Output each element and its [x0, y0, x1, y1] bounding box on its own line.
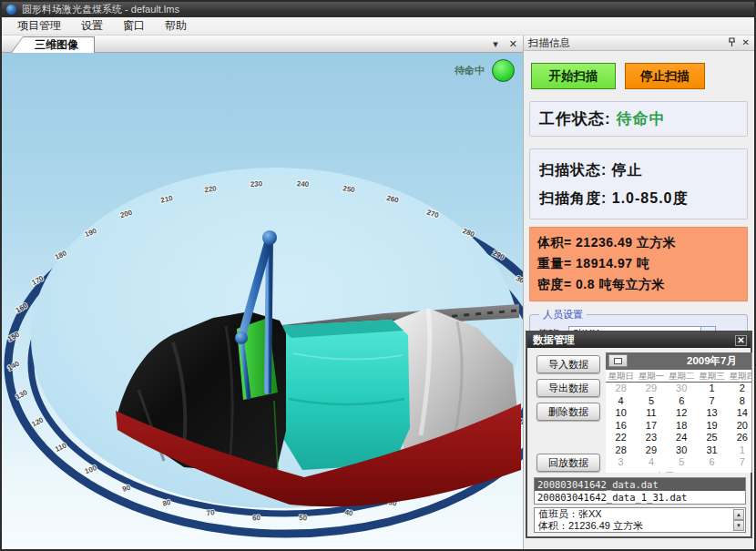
standby-label: 待命中	[455, 64, 485, 77]
calendar-day[interactable]: 14	[727, 407, 752, 420]
panel-close-icon[interactable]: ✕	[742, 38, 750, 47]
volume-line: 体积= 21236.49 立方米	[537, 232, 747, 253]
scan-status-box: 扫描状态: 停止 扫描角度: 1.0-85.0度	[529, 148, 748, 219]
calendar-day[interactable]: 22	[606, 432, 636, 444]
standby-indicator: 待命中	[455, 59, 515, 82]
calendar-day[interactable]: 16	[606, 420, 636, 433]
calendar-day[interactable]: 18	[667, 420, 697, 433]
record-duty-line: 值班员：张XX	[535, 508, 745, 520]
calendar-day[interactable]: 31	[697, 444, 727, 457]
scan-angle-line: 扫描角度: 1.0-85.0度	[539, 184, 747, 212]
angle-label: 150	[6, 330, 22, 343]
export-data-button[interactable]: 导出数据	[536, 379, 600, 397]
angle-label: 70	[206, 508, 216, 517]
calendar-weekday: 星期四	[727, 370, 752, 382]
calendar-day[interactable]: 3	[606, 456, 636, 469]
app-window: 圆形料场激光盘煤系统 - default.lms 项目管理 设置 窗口 帮助 三…	[0, 0, 756, 551]
scan-status-line: 扫描状态: 停止	[539, 156, 747, 184]
tab-close-icon[interactable]: ✕	[509, 37, 517, 50]
calendar-day[interactable]: 25	[697, 432, 727, 444]
stop-scan-button[interactable]: 停止扫描	[625, 63, 705, 89]
viewport-3d[interactable]: 0102030405060708090100110120130140150160…	[2, 53, 523, 551]
calendar[interactable]: 2009年7月 星期日星期一星期二星期三星期四星期五星期六 2829301234…	[606, 352, 752, 473]
angle-label: 60	[252, 514, 261, 522]
calendar-day[interactable]: 6	[667, 395, 697, 408]
calendar-day[interactable]: 4	[636, 456, 666, 469]
calendar-day[interactable]: 28	[606, 383, 636, 395]
angle-label: 250	[342, 184, 356, 194]
delete-data-button[interactable]: 删除数据	[536, 403, 600, 421]
angle-label: 220	[204, 184, 218, 194]
scroll-down-button[interactable]: ▼	[733, 520, 744, 531]
calendar-weekday: 星期三	[697, 370, 727, 382]
density-line: 密度= 0.8 吨每立方米	[537, 274, 747, 295]
import-data-button[interactable]: 导入数据	[536, 355, 600, 373]
calendar-day[interactable]: 30	[667, 444, 697, 457]
mast-leg-right	[268, 238, 270, 391]
mast-joint-top	[262, 230, 277, 245]
calendar-day[interactable]: 28	[606, 444, 636, 457]
calendar-day[interactable]: 2	[727, 383, 752, 395]
pin-icon[interactable]	[728, 37, 736, 49]
scan-info-title: 扫描信息	[528, 36, 721, 50]
data-manager-panel: 数据管理 ✕ 导入数据 导出数据 删除数据 回放数据 2009年7月	[526, 331, 752, 538]
calendar-day[interactable]: 5	[667, 456, 697, 469]
calendar-weekday: 星期二	[667, 370, 697, 382]
menu-item-window[interactable]: 窗口	[113, 16, 155, 36]
calendar-day[interactable]: 30	[667, 383, 697, 395]
playback-data-button[interactable]: 回放数据	[536, 454, 600, 472]
record-info-box: 值班员：张XX 体积：21236.49 立方米 ▲ ▼	[534, 507, 746, 533]
scene-3d: 0102030405060708090100110120130140150160…	[2, 53, 523, 551]
file-list-item[interactable]: 200803041642_data.dat	[535, 478, 745, 491]
calendar-day[interactable]: 1	[727, 444, 752, 457]
work-status-label: 工作状态:	[539, 110, 611, 128]
angle-label: 40	[344, 508, 354, 517]
calendar-day[interactable]: 11	[636, 407, 666, 420]
calendar-day[interactable]: 12	[667, 407, 697, 420]
calendar-day[interactable]: 24	[667, 432, 697, 444]
calendar-day[interactable]: 19	[697, 420, 727, 433]
scroll-up-button[interactable]: ▲	[733, 509, 744, 520]
menu-item-project[interactable]: 项目管理	[7, 16, 71, 36]
menu-item-help[interactable]: 帮助	[155, 16, 197, 36]
angle-label: 50	[299, 514, 308, 522]
file-list-item[interactable]: 200803041642_data_1_31.dat	[535, 491, 745, 504]
app-icon	[6, 5, 16, 15]
data-file-list[interactable]: 200803041642_data.dat 200803041642_data_…	[534, 477, 746, 505]
angle-label: 240	[297, 179, 310, 189]
calendar-day[interactable]: 7	[727, 456, 752, 469]
calendar-day[interactable]: 23	[636, 432, 666, 444]
calendar-day[interactable]: 26	[727, 432, 752, 444]
calendar-day[interactable]: 10	[606, 407, 636, 420]
tab-strip: 三维图像 ▾ ✕	[2, 36, 523, 53]
tab-3d-image[interactable]: 三维图像	[11, 36, 95, 53]
calendar-day[interactable]: 17	[636, 420, 666, 433]
menu-item-settings[interactable]: 设置	[71, 16, 113, 36]
data-manager-title: 数据管理	[533, 333, 735, 347]
angle-label: 300	[515, 274, 523, 287]
today-marker-box	[610, 473, 647, 474]
scan-info-panel: 扫描信息 ✕ 开始扫描 停止扫描 工作状态:待命中 扫描状态: 停止 扫描角度:…	[523, 36, 754, 551]
personnel-group-label: 人员设置	[539, 308, 587, 321]
today-label: 今天:	[654, 471, 679, 473]
start-scan-button[interactable]: 开始扫描	[531, 63, 616, 89]
calendar-month-title: 2009年7月	[606, 354, 752, 368]
calendar-day[interactable]: 4	[606, 395, 636, 408]
data-manager-close-icon[interactable]: ✕	[735, 335, 747, 346]
calendar-day[interactable]: 8	[727, 395, 752, 408]
calendar-day[interactable]: 6	[697, 456, 727, 469]
calendar-day[interactable]: 5	[636, 395, 666, 408]
mast-joint-left	[235, 332, 248, 344]
calendar-day[interactable]: 7	[697, 395, 727, 408]
calendar-header: 2009年7月	[606, 352, 752, 370]
calendar-day[interactable]: 29	[636, 444, 666, 457]
calendar-day[interactable]: 13	[697, 407, 727, 420]
tab-menu-icon[interactable]: ▾	[493, 37, 498, 50]
calendar-weekday: 星期日	[606, 370, 636, 382]
calendar-day[interactable]: 20	[727, 420, 752, 433]
calendar-day[interactable]: 1	[697, 383, 727, 395]
weight-line: 重量= 18914.97 吨	[537, 253, 747, 274]
standby-lamp-icon	[492, 59, 515, 82]
data-manager-header: 数据管理 ✕	[527, 332, 751, 348]
calendar-day[interactable]: 29	[636, 383, 666, 395]
